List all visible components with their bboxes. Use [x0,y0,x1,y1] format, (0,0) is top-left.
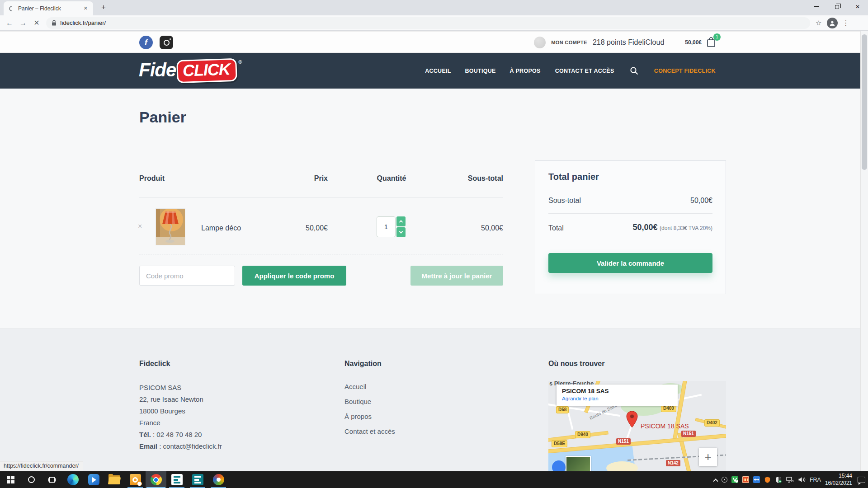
instagram-icon[interactable] [160,36,173,49]
back-button[interactable]: ← [3,19,16,27]
outlook-taskbar-icon[interactable] [125,471,146,488]
map-satellite-thumbnail[interactable] [566,456,591,472]
file-explorer-taskbar-icon[interactable] [104,471,125,488]
browser-tab-bar: Panier – Fideclick ✕ + ✕ [0,0,868,15]
nav-item-a-propos[interactable]: À PROPOS [510,67,541,74]
checkout-button[interactable]: Valider la commande [548,253,712,273]
fideclick-logo[interactable]: Fide CLICK ® [139,59,242,82]
map-road-shield: N151 [681,431,696,437]
footer-map-title: Où nous trouver [548,360,604,368]
new-tab-button[interactable]: + [98,3,109,12]
subtotal-value: 50,00€ [548,197,712,205]
nav-item-concept-fideclick[interactable]: CONCEPT FIDECLICK [654,67,716,74]
cortana-search-button[interactable] [21,471,42,488]
url-text[interactable]: fideclick.fr/panier/ [60,19,106,26]
action-center-icon[interactable] [858,477,865,483]
scrollbar-thumb[interactable] [862,34,867,170]
teal-app-icon [192,474,203,485]
app-taskbar-icon-3[interactable] [208,471,229,488]
user-avatar[interactable] [534,37,546,48]
tray-teamviewer-icon[interactable] [753,476,760,483]
total-value-row: 50,00€ (dont 8,33€ TVA 20%) [548,223,712,232]
footer-address-line: PSICOM SAS [139,384,181,391]
nav-item-accueil[interactable]: ACCUEIL [425,67,451,74]
tray-volume-icon[interactable] [798,476,806,483]
totals-title: Total panier [548,172,599,182]
site-footer: Fideclick PSICOM SAS 22, rue Isaac Newto… [0,328,860,471]
cart-bag-icon[interactable]: 1 [706,37,717,48]
window-close-button[interactable]: ✕ [847,0,868,14]
browser-tab[interactable]: Panier – Fideclick ✕ [4,1,93,15]
tray-defender-icon[interactable] [775,476,782,483]
tray-cc4-icon[interactable] [742,476,749,483]
quantity-stepper [377,216,406,237]
facebook-icon[interactable]: f [139,36,153,49]
promo-code-input[interactable] [139,266,235,286]
clock-date: 16/02/2021 [825,480,852,487]
footer-link-accueil[interactable]: Accueil [344,383,366,390]
quantity-decrease-button[interactable] [396,227,406,237]
quantity-increase-button[interactable] [396,216,406,226]
tray-network-icon[interactable] [786,476,794,483]
footer-link-boutique[interactable]: Boutique [344,398,371,405]
map-explore-circle[interactable] [552,460,566,472]
windows-taskbar: FRA 15:44 16/02/2021 [0,471,868,488]
search-ring-icon [28,476,35,483]
browser-menu-icon[interactable]: ⋮ [842,19,849,27]
system-tray: FRA 15:44 16/02/2021 [714,471,868,488]
browser-profile-avatar[interactable] [827,18,838,28]
map-zoom-in-button[interactable]: + [699,448,717,466]
chrome-taskbar-icon[interactable] [146,471,166,488]
tray-sync-icon[interactable] [722,477,727,483]
edge-taskbar-icon[interactable] [62,471,83,488]
task-view-button[interactable] [42,471,62,488]
tray-avast-shield-icon[interactable] [764,476,771,483]
taskbar-apps [0,471,229,488]
stop-button[interactable]: ✕ [30,19,43,27]
bookmark-star-icon[interactable]: ☆ [816,19,821,27]
search-icon[interactable] [630,66,638,75]
nav-item-contact[interactable]: CONTACT ET ACCÈS [555,67,614,74]
google-map-embed[interactable]: s Pierre-Fouche Route de Saint- D58 D400… [548,381,726,472]
product-image-lampe-deco[interactable] [156,209,185,245]
tab-close-icon[interactable]: ✕ [82,5,90,11]
address-bar[interactable]: fideclick.fr/panier/ [46,17,810,29]
quantity-buttons [396,216,406,237]
window-controls: ✕ [806,0,868,14]
edge-icon [67,474,79,485]
language-indicator[interactable]: FRA [810,477,821,483]
phone-value: : 02 48 70 48 20 [151,431,202,438]
apply-promo-button[interactable]: Appliquer le code promo [242,266,346,286]
tray-expand-chevron-icon[interactable] [713,479,718,483]
quantity-input[interactable] [377,216,396,237]
footer-email: Email : contact@fideclick.fr [139,442,222,450]
start-button[interactable] [0,471,21,488]
remove-item-button[interactable]: × [138,222,142,230]
email-value[interactable]: : contact@fideclick.fr [157,442,222,450]
window-minimize-button[interactable] [806,0,826,14]
footer-link-a-propos[interactable]: À propos [344,413,372,420]
app-taskbar-icon-1[interactable] [166,471,187,488]
map-marker-pin[interactable] [626,411,638,428]
page-scrollbar[interactable] [860,31,868,471]
media-player-taskbar-icon[interactable] [83,471,104,488]
taskbar-clock[interactable]: 15:44 16/02/2021 [825,473,852,487]
footer-phone: Tél. : 02 48 70 48 20 [139,431,202,438]
loyalty-points[interactable]: 218 points FideliCloud [593,38,664,47]
app-taskbar-icon-2[interactable] [187,471,208,488]
my-account-link[interactable]: MON COMPTE [551,40,587,45]
tray-vnc-icon[interactable] [731,476,738,483]
window-maximize-button[interactable] [826,0,847,14]
site-top-bar: f MON COMPTE 218 points FideliCloud 50,0… [0,31,860,53]
nav-item-boutique[interactable]: BOUTIQUE [465,67,496,74]
account-area: MON COMPTE 218 points FideliCloud 50,00€… [534,32,717,53]
map-enlarge-link[interactable]: Agrandir le plan [562,396,672,401]
cart-total-amount[interactable]: 50,00€ [685,39,702,46]
forward-button[interactable]: → [16,19,30,27]
cart-page-content: Panier Produit Prix Quantité Sous-total … [0,89,860,328]
map-road-shield: N151 [616,438,631,445]
folder-icon [108,475,120,484]
footer-link-contact[interactable]: Contact et accès [344,427,395,435]
product-name[interactable]: Lampe déco [201,224,241,232]
logo-text-fide: Fide [139,59,176,81]
